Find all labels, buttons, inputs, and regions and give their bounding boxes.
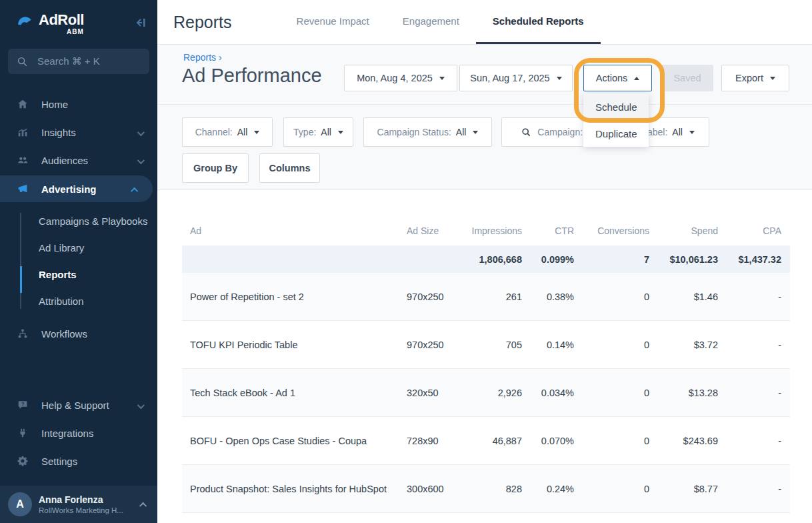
chevron-down-icon	[137, 128, 145, 135]
caret-down-icon	[689, 131, 695, 134]
export-button[interactable]: Export	[721, 65, 789, 91]
cell-ad: Power of Repetition - set 2	[182, 292, 407, 302]
sidebar-item-audiences[interactable]: Audiences	[0, 147, 157, 173]
gear-icon	[16, 455, 29, 467]
sidebar-item-label: Audiences	[41, 155, 88, 166]
cell-ad: BOFU - Open Ops Case Studies - Coupa	[182, 436, 407, 446]
sidebar-collapse-icon[interactable]	[133, 16, 147, 32]
search-icon	[16, 55, 28, 67]
search-input[interactable]: Search ⌘ + K	[8, 49, 149, 74]
caret-down-icon	[770, 77, 775, 80]
tab-scheduled-reports[interactable]: Scheduled Reports	[476, 0, 601, 44]
filter-campaign-status[interactable]: Campaign Status: All	[363, 117, 492, 147]
filter-value: All	[672, 127, 683, 137]
cell-ctr: 0.070%	[522, 436, 574, 446]
cell-impressions: 828	[457, 484, 522, 494]
svg-text:?: ?	[21, 401, 24, 407]
column-header-ctr[interactable]: CTR	[522, 225, 574, 236]
date-end-picker[interactable]: Sun, Aug 17, 2025	[459, 65, 573, 91]
cell-cpa: -	[718, 484, 781, 494]
tabs: Revenue Impact Engagement Scheduled Repo…	[280, 0, 601, 44]
actions-label: Actions	[596, 73, 628, 83]
summary-ctr: 0.099%	[522, 254, 574, 265]
audiences-icon	[16, 154, 29, 166]
group-by-button[interactable]: Group By	[182, 153, 249, 183]
cell-conversions: 0	[574, 436, 649, 446]
sidebar-item-label: Insights	[41, 127, 76, 138]
cell-size: 320x50	[407, 388, 457, 398]
sidebar-item-integrations[interactable]: Integrations	[0, 420, 157, 446]
sidebar-item-workflows[interactable]: Workflows	[0, 321, 157, 346]
sidebar-item-settings[interactable]: Settings	[0, 448, 157, 474]
filter-type[interactable]: Type: All	[283, 117, 353, 147]
sidebar-item-insights[interactable]: Insights	[0, 119, 157, 145]
column-header-ad[interactable]: Ad	[182, 225, 407, 236]
caret-down-icon	[254, 131, 259, 134]
sidebar-item-campaigns-playbooks[interactable]: Campaigns & Playbooks	[0, 207, 157, 234]
insights-icon	[16, 126, 29, 138]
logo: AdRoll ABM	[0, 0, 157, 35]
table-row[interactable]: TOFU KPI Periodic Table970x2507050.14%0$…	[182, 321, 790, 369]
breadcrumb-link[interactable]: Reports	[183, 52, 216, 63]
filter-value: All	[456, 127, 467, 137]
table-row[interactable]: Tech Stack eBook - Ad 1320x502,9260.034%…	[182, 369, 790, 417]
actions-button[interactable]: Actions	[583, 65, 652, 91]
filter-value: All	[237, 127, 248, 137]
saved-label: Saved	[673, 73, 701, 83]
caret-down-icon	[473, 131, 478, 134]
breadcrumb: Reports›	[183, 52, 222, 63]
sidebar-item-reports[interactable]: Reports	[0, 261, 157, 288]
filter-channel[interactable]: Channel: All	[182, 117, 273, 147]
sidebar-item-ad-library[interactable]: Ad Library	[0, 234, 157, 261]
column-header-conversions[interactable]: Conversions	[574, 225, 649, 236]
menu-item-schedule[interactable]: Schedule	[583, 93, 649, 120]
sidebar-item-home[interactable]: Home	[0, 91, 157, 117]
actions-dropdown-menu: Schedule Duplicate	[583, 93, 649, 147]
filter-value: All	[321, 127, 331, 137]
subnav-line	[20, 213, 21, 309]
topbar: Reports Revenue Impact Engagement Schedu…	[157, 0, 812, 45]
chevron-down-icon	[137, 156, 145, 163]
sidebar-item-help-support[interactable]: ? Help & Support	[0, 392, 157, 418]
cell-cpa: -	[718, 436, 781, 446]
tab-revenue-impact[interactable]: Revenue Impact	[280, 0, 386, 44]
cell-spend: $243.69	[649, 436, 718, 446]
table-row[interactable]: Product Snapshot: Sales Insights for Hub…	[182, 465, 790, 513]
saved-button: Saved	[661, 65, 713, 91]
column-header-cpa[interactable]: CPA	[718, 225, 781, 236]
columns-button[interactable]: Columns	[259, 153, 320, 183]
sidebar-item-label: Help & Support	[41, 400, 109, 411]
brand-name: AdRoll	[39, 12, 84, 28]
cell-spend: $13.28	[649, 388, 718, 398]
report-title: Ad Performance	[182, 65, 322, 87]
caret-down-icon	[557, 77, 562, 80]
date-start-picker[interactable]: Mon, Aug 4, 2025	[344, 65, 457, 91]
tab-engagement[interactable]: Engagement	[386, 0, 476, 44]
user-menu[interactable]: A Anna Forlenza RollWorks Marketing H...	[0, 486, 157, 523]
cell-size: 728x90	[407, 436, 457, 446]
menu-item-duplicate[interactable]: Duplicate	[583, 120, 649, 147]
sidebar-item-attribution[interactable]: Attribution	[0, 288, 157, 314]
column-header-size[interactable]: Ad Size	[407, 225, 457, 236]
cell-spend: $3.72	[649, 340, 718, 350]
sidebar-item-advertising[interactable]: Advertising	[0, 175, 153, 202]
chevron-up-icon	[131, 187, 138, 194]
user-name: Anna Forlenza	[39, 494, 123, 506]
column-header-impressions[interactable]: Impressions	[457, 225, 522, 236]
cell-spend: $8.77	[649, 484, 718, 494]
column-header-spend[interactable]: Spend	[649, 225, 718, 236]
cell-impressions: 261	[457, 292, 522, 302]
cell-cpa: -	[718, 388, 781, 398]
summary-spend: $10,061.23	[649, 254, 718, 265]
table-summary-row: 1,806,6680.099%7$10,061.23$1,437.32	[182, 245, 790, 273]
table-row[interactable]: BOFU - Open Ops Case Studies - Coupa728x…	[182, 417, 790, 465]
cell-conversions: 0	[574, 292, 649, 302]
filter-label: Channel:	[195, 127, 233, 137]
cell-cpa: -	[718, 292, 781, 302]
caret-down-icon	[439, 77, 445, 80]
cell-size: 970x250	[407, 340, 457, 350]
table-header-row: AdAd SizeImpressionsCTRConversionsSpendC…	[182, 215, 790, 245]
table-row[interactable]: Power of Repetition - set 2970x2502610.3…	[182, 273, 790, 321]
page-section-title: Reports	[173, 13, 232, 32]
plug-icon	[16, 427, 29, 439]
